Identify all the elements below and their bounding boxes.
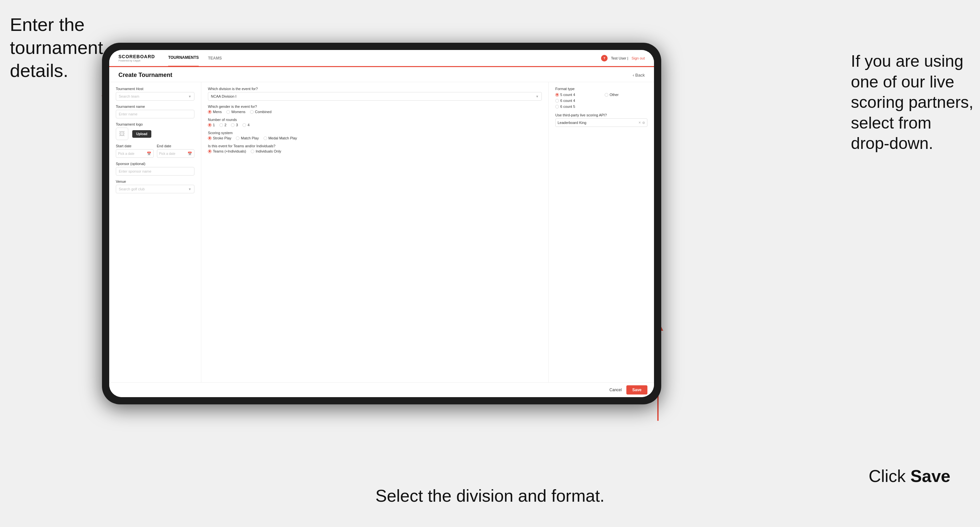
- gender-mens[interactable]: Mens: [208, 110, 222, 114]
- start-date-group: Start date Pick a date 📅: [116, 144, 154, 158]
- sponsor-group: Sponsor (optional) Enter sponsor name: [116, 162, 194, 176]
- gender-womens[interactable]: Womens: [226, 110, 245, 114]
- tournament-name-group: Tournament name Enter name: [116, 105, 194, 118]
- gender-combined[interactable]: Combined: [250, 110, 271, 114]
- page-header: Create Tournament ‹ Back: [109, 67, 654, 82]
- format-5count4[interactable]: 5 count 4: [555, 93, 598, 97]
- tournament-host-group: Tournament Host Search team ▼: [116, 87, 194, 101]
- form-body: Tournament Host Search team ▼ Tournament…: [109, 82, 654, 383]
- rounds-options: 1 2 3 4: [208, 123, 542, 127]
- tablet-frame: SCOREBOARD Powered by Clippit TOURNAMENT…: [102, 43, 661, 404]
- teams-group: Is this event for Teams and/or Individua…: [208, 144, 542, 153]
- teams-label: Is this event for Teams and/or Individua…: [208, 144, 542, 148]
- individuals-only[interactable]: Individuals Only: [251, 149, 281, 153]
- teams-plus-individuals[interactable]: Teams (+Individuals): [208, 149, 246, 153]
- form-col-3: Format type 5 count 4: [549, 82, 654, 383]
- format-other[interactable]: Other: [605, 93, 648, 97]
- rounds-2[interactable]: 2: [220, 123, 226, 127]
- venue-group: Venue Search golf club ▼: [116, 179, 194, 193]
- division-group: Which division is the event for? NCAA Di…: [208, 87, 542, 101]
- live-scoring-group: Use third-party live scoring API? Leader…: [555, 113, 648, 127]
- form-col-1: Tournament Host Search team ▼ Tournament…: [109, 82, 201, 383]
- gender-options: Mens Womens Combined: [208, 110, 542, 114]
- start-date-input[interactable]: Pick a date 📅: [116, 149, 154, 158]
- page-title: Create Tournament: [118, 71, 172, 79]
- cancel-button[interactable]: Cancel: [609, 387, 622, 392]
- name-label: Tournament name: [116, 105, 194, 108]
- end-date-input[interactable]: Pick a date 📅: [157, 149, 195, 158]
- sponsor-label: Sponsor (optional): [116, 162, 194, 166]
- host-input[interactable]: Search team ▼: [116, 92, 194, 101]
- live-scoring-label: Use third-party live scoring API?: [555, 113, 648, 117]
- gender-label: Which gender is the event for?: [208, 105, 542, 108]
- scoring-label: Scoring system: [208, 131, 542, 135]
- live-scoring-value: Leaderboard King: [558, 121, 637, 125]
- gender-group: Which gender is the event for? Mens Wome: [208, 105, 542, 114]
- format-6count4[interactable]: 6 count 4: [555, 98, 598, 103]
- logo-placeholder: 🖼: [116, 127, 128, 140]
- rounds-group: Number of rounds 1 2: [208, 118, 542, 127]
- back-button[interactable]: ‹ Back: [633, 73, 645, 78]
- user-label: Test User |: [611, 56, 628, 60]
- tournament-logo-group: Tournament logo 🖼 Upload: [116, 122, 194, 140]
- logo-label: Tournament logo: [116, 122, 194, 126]
- rounds-4[interactable]: 4: [242, 123, 249, 127]
- rounds-1[interactable]: 1: [208, 123, 215, 127]
- division-select[interactable]: NCAA Division I ▼: [208, 92, 542, 101]
- navbar: SCOREBOARD Powered by Clippit TOURNAMENT…: [109, 50, 654, 67]
- format-type-group: Format type 5 count 4: [555, 87, 648, 108]
- end-date-label: End date: [157, 144, 195, 148]
- scoring-stroke[interactable]: Stroke Play: [208, 136, 231, 140]
- annotation-top-left: Enter the tournament details.: [10, 13, 103, 82]
- rounds-label: Number of rounds: [208, 118, 542, 122]
- settings-icon[interactable]: ⚙: [642, 121, 645, 125]
- teams-options: Teams (+Individuals) Individuals Only: [208, 149, 542, 153]
- user-area: T Test User | Sign out: [601, 55, 645, 62]
- brand: SCOREBOARD Powered by Clippit: [118, 54, 155, 62]
- nav-tabs: TOURNAMENTS TEAMS: [168, 50, 601, 67]
- form-col-2: Which division is the event for? NCAA Di…: [201, 82, 549, 383]
- upload-button[interactable]: Upload: [132, 130, 151, 138]
- annotation-bottom-right: Click Save: [869, 465, 950, 487]
- format-6count5[interactable]: 6 count 5: [555, 105, 598, 108]
- brand-name: SCOREBOARD: [118, 54, 155, 59]
- form-footer: Cancel Save: [109, 383, 654, 397]
- tab-teams[interactable]: TEAMS: [208, 50, 222, 67]
- date-row: Start date Pick a date 📅 End date Pick a…: [116, 144, 194, 158]
- format-options: 5 count 4 Other 6 count 4: [555, 93, 648, 108]
- live-scoring-input[interactable]: Leaderboard King × ⚙: [555, 118, 648, 127]
- brand-sub: Powered by Clippit: [118, 59, 155, 62]
- division-label: Which division is the event for?: [208, 87, 542, 91]
- scoring-options: Stroke Play Match Play Medal Match Play: [208, 136, 542, 140]
- scoring-match[interactable]: Match Play: [236, 136, 259, 140]
- tab-tournaments[interactable]: TOURNAMENTS: [168, 50, 199, 67]
- scoring-medal-match[interactable]: Medal Match Play: [264, 136, 297, 140]
- user-avatar: T: [601, 55, 608, 62]
- rounds-3[interactable]: 3: [231, 123, 238, 127]
- end-date-group: End date Pick a date 📅: [157, 144, 195, 158]
- host-label: Tournament Host: [116, 87, 194, 91]
- sponsor-input[interactable]: Enter sponsor name: [116, 167, 194, 176]
- format-type-label: Format type: [555, 87, 648, 91]
- scoring-group: Scoring system Stroke Play Match Play: [208, 131, 542, 140]
- clear-icon[interactable]: ×: [638, 120, 641, 125]
- tablet-screen: SCOREBOARD Powered by Clippit TOURNAMENT…: [109, 50, 654, 397]
- name-input[interactable]: Enter name: [116, 110, 194, 118]
- annotation-top-right: If you are using one of our live scoring…: [851, 51, 974, 154]
- venue-label: Venue: [116, 179, 194, 183]
- save-button[interactable]: Save: [626, 385, 648, 395]
- sign-out-link[interactable]: Sign out: [632, 56, 645, 60]
- venue-input[interactable]: Search golf club ▼: [116, 185, 194, 193]
- start-date-label: Start date: [116, 144, 154, 148]
- annotation-bottom-center: Select the division and format.: [375, 485, 605, 507]
